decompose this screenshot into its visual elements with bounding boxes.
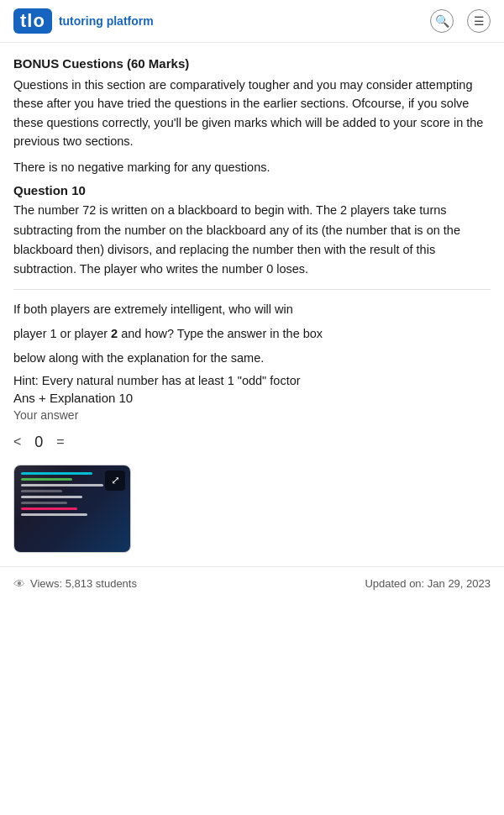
ans-label: Ans + Explanation 10: [13, 391, 491, 405]
no-negative-text: There is no negative marking for any que…: [13, 158, 491, 176]
thumb-line-3: [21, 484, 103, 486]
header: tlo tutoring platform 🔍 ☰: [0, 0, 504, 43]
expand-button[interactable]: ⤢: [105, 471, 125, 491]
thumbnail-container: ⤢: [13, 465, 131, 553]
thumb-line-2: [21, 478, 72, 481]
bonus-title: BONUS Cuestions (60 Marks): [13, 56, 491, 71]
editor-toolbar: < 0 =: [13, 429, 491, 456]
thumb-line-5: [21, 496, 82, 498]
header-icons: 🔍 ☰: [430, 9, 491, 33]
views-label: Views: 5,813 students: [30, 577, 137, 590]
logo-tutoring: tutoring: [59, 14, 103, 28]
logo-container: tlo tutoring platform: [13, 8, 430, 34]
thumb-line-7: [21, 507, 77, 510]
divider-1: [13, 289, 491, 290]
question-body: The number 72 is written on a blackboard…: [13, 201, 491, 279]
equals-button[interactable]: =: [56, 434, 64, 450]
question-label: Question 10: [13, 183, 491, 197]
eye-icon: 👁: [13, 577, 25, 591]
hint-text: Hint: Every natural number has at least …: [13, 374, 491, 387]
thumb-line-4: [21, 490, 62, 492]
interactive-line2-prefix: player 1 or player: [13, 327, 111, 340]
your-answer-label: Your answer: [13, 408, 491, 422]
image-section: ⤢: [13, 465, 491, 553]
thumb-line-8: [21, 513, 87, 516]
logo-subtitle: tutoring platform: [59, 14, 154, 28]
interactive-line2-bold: 2: [111, 327, 118, 340]
search-icon[interactable]: 🔍: [430, 9, 454, 33]
menu-icon[interactable]: ☰: [467, 9, 491, 33]
views-container: 👁 Views: 5,813 students: [13, 577, 137, 591]
logo-platform: platform: [103, 14, 154, 28]
thumb-line-6: [21, 502, 67, 504]
interactive-line3: below along with the explanation for the…: [13, 349, 491, 368]
intro-text: Questions in this section are comparativ…: [13, 76, 491, 151]
interactive-line2: player 1 or player 2 and how? Type the a…: [13, 324, 491, 344]
updated-label: Updated on: Jan 29, 2023: [365, 577, 491, 590]
interactive-line1: If both players are extremely intelligen…: [13, 300, 491, 319]
thumb-line-1: [21, 472, 92, 475]
zero-display: 0: [34, 434, 43, 451]
interactive-line2-suffix: and how? Type the answer in the box: [118, 327, 323, 340]
logo-mark: tlo: [13, 8, 52, 34]
footer: 👁 Views: 5,813 students Updated on: Jan …: [0, 566, 504, 601]
main-content: BONUS Cuestions (60 Marks) Questions in …: [0, 43, 504, 553]
less-than-button[interactable]: <: [13, 434, 21, 450]
